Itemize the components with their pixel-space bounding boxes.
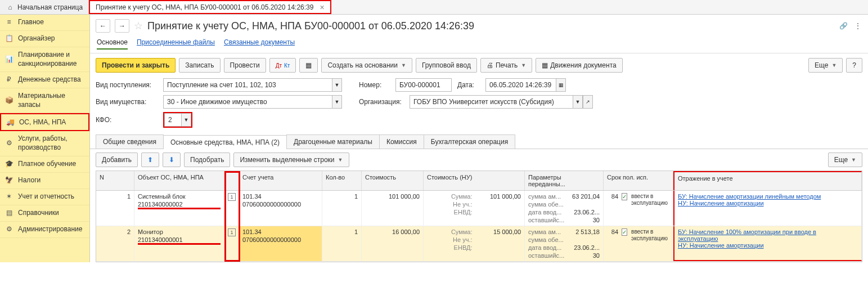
- more-vert-icon[interactable]: ⋮: [853, 21, 862, 30]
- checkbox-icon[interactable]: ✓: [622, 193, 627, 200]
- create-label: Создать на основании: [327, 61, 398, 69]
- subtab-linked[interactable]: Связанные документы: [224, 36, 295, 50]
- sidebar-item-ref[interactable]: ▤Справочники: [0, 205, 89, 222]
- doc-subtabs: Основное Присоединенные файлы Связанные …: [90, 36, 868, 53]
- org-field[interactable]: ГОБУ ВПО Университет искусств (Субсидия)…: [410, 95, 593, 109]
- th-costnu[interactable]: Стоимость (НУ): [424, 171, 525, 190]
- th-acc[interactable]: Счет учета: [239, 171, 322, 190]
- refl-bu-link[interactable]: БУ: Начисление 100% амортизации при ввод…: [678, 228, 858, 242]
- help-button[interactable]: ?: [846, 58, 862, 73]
- kfo-value: 2: [168, 116, 172, 124]
- refl-bu-link[interactable]: БУ: Начисление амортизации линейным мето…: [678, 193, 858, 200]
- cell-refl: БУ: Начисление 100% амортизации при ввод…: [673, 226, 862, 261]
- pick-button[interactable]: Подобрать: [184, 153, 230, 167]
- move-down-button[interactable]: ⬇: [163, 153, 181, 167]
- chevron-down-icon[interactable]: ▼: [332, 78, 342, 92]
- data-label: Дата:: [457, 81, 480, 89]
- refl-nu-link[interactable]: НУ: Начисление амортизации: [678, 242, 858, 249]
- th-obj[interactable]: Объект ОС, НМА, НПА: [134, 171, 224, 190]
- sidebar-label: Услуги, работы, производство: [18, 134, 85, 152]
- vid-im-value: 30 - Иное движимое имущество: [167, 98, 267, 106]
- post-button[interactable]: Провести: [224, 58, 266, 73]
- tab-os[interactable]: Основные средства, НМА, НПА (2): [163, 135, 287, 149]
- add-button[interactable]: Добавить: [96, 153, 138, 167]
- nomer-field[interactable]: БУ00-000001: [395, 78, 452, 92]
- group-input-button[interactable]: Групповой ввод: [416, 58, 477, 73]
- subtab-files[interactable]: Присоединенные файлы: [137, 36, 215, 50]
- close-icon[interactable]: ×: [320, 3, 324, 12]
- sidebar-label: Органайзер: [18, 34, 55, 43]
- sidebar-item-organizer[interactable]: 📋Органайзер: [0, 31, 89, 47]
- kfo-label: КФО:: [96, 116, 158, 124]
- save-button[interactable]: Записать: [179, 58, 220, 73]
- th-param[interactable]: Параметры переданны...: [525, 171, 604, 190]
- sidebar-item-tax[interactable]: 🦅Налоги: [0, 173, 89, 189]
- tab-commission[interactable]: Комиссия: [379, 134, 424, 149]
- calendar-icon[interactable]: ▦: [556, 78, 566, 92]
- doc-icon-button[interactable]: ▦: [299, 58, 318, 73]
- vid-post-field[interactable]: Поступление на счет 101, 102, 103 ▼: [163, 78, 342, 92]
- print-button[interactable]: 🖨Печать▼: [480, 58, 532, 73]
- th-icon: [224, 171, 239, 190]
- truck-icon: 🚚: [6, 118, 15, 127]
- vid-im-field[interactable]: 30 - Иное движимое имущество ▼: [163, 95, 342, 109]
- nav-forward-button[interactable]: →: [115, 19, 129, 33]
- sidebar: ≡Главное 📋Органайзер 📊Планирование и сан…: [0, 15, 90, 262]
- sidebar-item-edu[interactable]: 🎓Платное обучение: [0, 156, 89, 173]
- sidebar-item-services[interactable]: ⚙Услуги, работы, производство: [0, 131, 89, 156]
- th-n[interactable]: N: [96, 171, 134, 190]
- table-row[interactable]: 2 Монитор 2101340000001 1 101.34 0706000…: [96, 226, 862, 262]
- tab-precious[interactable]: Драгоценные материалы: [286, 134, 380, 149]
- sidebar-item-os[interactable]: 🚚ОС, НМА, НПА: [0, 113, 89, 131]
- table-row[interactable]: 1 Системный блок 2101340000002 1 101.34 …: [96, 191, 862, 226]
- move-up-button[interactable]: ⬆: [141, 153, 159, 167]
- sidebar-label: Администрирование: [18, 225, 82, 234]
- sidebar-item-planning[interactable]: 📊Планирование и санкционирование: [0, 47, 89, 72]
- sidebar-item-main[interactable]: ≡Главное: [0, 15, 89, 31]
- chevron-down-icon[interactable]: ▼: [332, 95, 342, 109]
- more-button[interactable]: Еще▼: [808, 58, 843, 73]
- table-more-button[interactable]: Еще▼: [828, 153, 862, 167]
- kfo-field[interactable]: 2 ▼: [163, 112, 192, 128]
- tab-general[interactable]: Общие сведения: [96, 134, 164, 149]
- data-field[interactable]: 06.05.2020 14:26:39 ▦: [485, 78, 566, 92]
- box-icon: 📦: [5, 96, 14, 105]
- ruble-icon: ₽: [5, 75, 14, 84]
- sidebar-item-money[interactable]: ₽Денежные средства: [0, 72, 89, 88]
- th-cost[interactable]: Стоимость: [362, 171, 424, 190]
- dt-kt-button[interactable]: ДтКт: [269, 58, 296, 73]
- print-label: Печать: [496, 61, 518, 69]
- sidebar-item-admin[interactable]: ⚙Администрирование: [0, 222, 89, 238]
- window-tabs: ⌂ Начальная страница Принятие к учету ОС…: [0, 0, 868, 15]
- star-icon[interactable]: ☆: [134, 20, 143, 32]
- tab-accounting[interactable]: Бухгалтерская операция: [424, 134, 515, 149]
- doc-moves-button[interactable]: ▦Движения документа: [536, 58, 623, 73]
- open-icon[interactable]: ↗: [583, 95, 593, 109]
- data-value: 06.05.2020 14:26:39: [489, 81, 551, 89]
- th-srok[interactable]: Срок пол. исп.: [604, 171, 673, 190]
- checkbox-icon[interactable]: ✓: [622, 228, 627, 236]
- subtab-main[interactable]: Основное: [97, 36, 128, 50]
- sidebar-label: Платное обучение: [18, 160, 76, 169]
- th-qty[interactable]: Кол-во: [322, 171, 362, 190]
- nav-back-button[interactable]: ←: [96, 19, 110, 33]
- cell-srok: 84 ✓ввести в эксплуатацию: [604, 226, 673, 261]
- chevron-down-icon[interactable]: ▼: [181, 113, 191, 127]
- sidebar-label: Налоги: [18, 176, 41, 185]
- sidebar-item-reports[interactable]: ✶Учет и отчетность: [0, 189, 89, 205]
- tab-home[interactable]: ⌂ Начальная страница: [0, 0, 89, 14]
- book-icon: ▤: [5, 209, 14, 218]
- tab-document[interactable]: Принятие к учету ОС, НМА, НПА БУ00-00000…: [89, 0, 331, 14]
- sidebar-label: ОС, НМА, НПА: [19, 118, 66, 127]
- refl-nu-link[interactable]: НУ: Начисление амортизации: [678, 200, 858, 207]
- th-refl[interactable]: Отражение в учете: [673, 171, 862, 190]
- link-icon[interactable]: 🔗: [839, 21, 848, 30]
- edit-rows-button[interactable]: Изменить выделенные строки▼: [233, 153, 349, 167]
- chevron-down-icon[interactable]: ▼: [573, 95, 583, 109]
- sidebar-item-materials[interactable]: 📦Материальные запасы: [0, 88, 89, 113]
- cell-costnu: Сумма:Не уч.:ЕНВД: 101 000,00: [424, 191, 525, 226]
- post-close-button[interactable]: Провести и закрыть: [96, 58, 176, 73]
- share-icon: ✶: [5, 192, 14, 201]
- create-based-button[interactable]: Создать на основании▼: [321, 58, 412, 73]
- vid-post-label: Вид поступления:: [96, 81, 158, 89]
